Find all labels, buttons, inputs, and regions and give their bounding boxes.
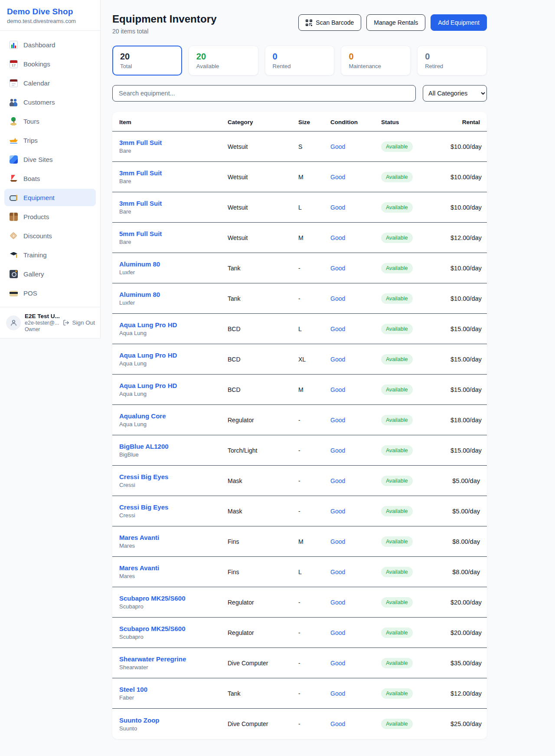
rental-cell: $20.00/day	[451, 629, 487, 636]
stat-card-available[interactable]: 20 Available	[189, 46, 258, 76]
condition-link[interactable]: Good	[330, 599, 381, 606]
manage-rentals-button[interactable]: Manage Rentals	[366, 14, 425, 31]
item-cell: Cressi Big Eyes Cressi	[112, 473, 228, 488]
item-name-link[interactable]: Aqua Lung Pro HD	[119, 352, 228, 359]
item-name-link[interactable]: Aqua Lung Pro HD	[119, 321, 228, 329]
sidebar-item-training[interactable]: Training	[4, 246, 96, 263]
item-name-link[interactable]: Mares Avanti	[119, 534, 228, 541]
condition-link[interactable]: Good	[330, 143, 381, 150]
condition-link[interactable]: Good	[330, 356, 381, 363]
condition-link[interactable]: Good	[330, 660, 381, 667]
item-brand: Bare	[119, 178, 228, 184]
sidebar-item-equipment[interactable]: Equipment	[4, 189, 96, 206]
sidebar-item-label: Calendar	[23, 79, 50, 87]
item-name-link[interactable]: Aqualung Core	[119, 412, 228, 420]
stat-card-total[interactable]: 20 Total	[112, 46, 182, 76]
status-cell: Available	[381, 293, 451, 304]
sidebar-item-dive-sites[interactable]: Dive Sites	[4, 151, 96, 168]
category-select[interactable]: All Categories	[423, 85, 487, 102]
item-name-link[interactable]: 3mm Full Suit	[119, 139, 228, 146]
sidebar-item-discounts[interactable]: Discounts	[4, 227, 96, 244]
item-name-link[interactable]: 5mm Full Suit	[119, 230, 228, 237]
scan-barcode-button[interactable]: Scan Barcode	[298, 14, 361, 31]
status-badge: Available	[381, 354, 413, 365]
item-name-link[interactable]: Scubapro MK25/S600	[119, 595, 228, 602]
condition-link[interactable]: Good	[330, 386, 381, 393]
item-name-link[interactable]: Scubapro MK25/S600	[119, 625, 228, 632]
condition-link[interactable]: Good	[330, 720, 381, 727]
status-cell: Available	[381, 354, 451, 365]
sidebar-item-label: Products	[23, 213, 49, 220]
sidebar-item-gallery[interactable]: Gallery	[4, 265, 96, 283]
condition-link[interactable]: Good	[330, 234, 381, 241]
rental-cell: $25.00/day	[451, 720, 487, 727]
filter-row: All Categories	[112, 85, 487, 102]
condition-link[interactable]: Good	[330, 569, 381, 575]
item-name-link[interactable]: Aqua Lung Pro HD	[119, 382, 228, 389]
stat-card-maintenance[interactable]: 0 Maintenance	[341, 46, 411, 76]
item-cell: 5mm Full Suit Bare	[112, 230, 228, 245]
item-cell: Cressi Big Eyes Cressi	[112, 503, 228, 519]
item-brand: Suunto	[119, 725, 228, 732]
sidebar-item-boats[interactable]: Boats	[4, 170, 96, 187]
condition-link[interactable]: Good	[330, 447, 381, 454]
item-name-link[interactable]: Shearwater Peregrine	[119, 655, 228, 663]
condition-link[interactable]: Good	[330, 204, 381, 211]
condition-link[interactable]: Good	[330, 174, 381, 181]
item-cell: Aluminum 80 Luxfer	[112, 291, 228, 306]
stat-card-rented[interactable]: 0 Rented	[265, 46, 335, 76]
category-cell: Mask	[228, 477, 298, 484]
item-name-link[interactable]: Mares Avanti	[119, 564, 228, 572]
add-equipment-button[interactable]: Add Equipment	[431, 14, 487, 31]
condition-link[interactable]: Good	[330, 295, 381, 302]
item-brand: Aqua Lung	[119, 391, 228, 397]
item-name-link[interactable]: Cressi Big Eyes	[119, 503, 228, 511]
table-row: 5mm Full Suit Bare Wetsuit M Good Availa…	[112, 223, 487, 253]
item-name-link[interactable]: 3mm Full Suit	[119, 200, 228, 207]
stat-value: 0	[425, 52, 479, 62]
size-cell: -	[298, 660, 330, 667]
condition-link[interactable]: Good	[330, 265, 381, 272]
status-badge: Available	[381, 202, 413, 213]
stat-card-retired[interactable]: 0 Retired	[417, 46, 487, 76]
sidebar-item-bookings[interactable]: Bookings	[4, 55, 96, 72]
status-badge: Available	[381, 476, 413, 486]
item-brand: Bare	[119, 208, 228, 215]
sidebar-item-products[interactable]: Products	[4, 208, 96, 225]
sidebar-item-trips[interactable]: Trips	[4, 131, 96, 149]
item-name-link[interactable]: Steel 100	[119, 686, 228, 693]
size-cell: L	[298, 204, 330, 211]
rental-cell: $10.00/day	[451, 143, 487, 150]
item-name-link[interactable]: Aluminum 80	[119, 291, 228, 298]
condition-link[interactable]: Good	[330, 417, 381, 424]
item-name-link[interactable]: Cressi Big Eyes	[119, 473, 228, 480]
condition-link[interactable]: Good	[330, 629, 381, 636]
status-cell: Available	[381, 536, 451, 547]
condition-link[interactable]: Good	[330, 325, 381, 332]
condition-link[interactable]: Good	[330, 538, 381, 545]
rental-cell: $10.00/day	[451, 174, 487, 181]
size-cell: -	[298, 417, 330, 424]
credit-card-icon	[10, 291, 18, 296]
brand-logo[interactable]: Demo Dive Shop	[7, 7, 93, 16]
category-cell: Fins	[228, 569, 298, 575]
condition-link[interactable]: Good	[330, 690, 381, 697]
status-badge: Available	[381, 719, 413, 729]
item-name-link[interactable]: BigBlue AL1200	[119, 443, 228, 450]
condition-link[interactable]: Good	[330, 477, 381, 484]
sidebar-item-calendar[interactable]: Calendar	[4, 74, 96, 92]
status-badge: Available	[381, 385, 413, 395]
item-name-link[interactable]: Suunto Zoop	[119, 717, 228, 724]
item-cell: Aqua Lung Pro HD Aqua Lung	[112, 352, 228, 367]
sign-out-button[interactable]: Sign Out	[63, 319, 95, 326]
item-name-link[interactable]: 3mm Full Suit	[119, 169, 228, 177]
search-input[interactable]	[112, 85, 416, 102]
sidebar-item-pos[interactable]: POS	[4, 284, 96, 302]
sidebar-item-customers[interactable]: Customers	[4, 93, 96, 111]
sidebar-item-dashboard[interactable]: Dashboard	[4, 36, 96, 53]
sidebar-item-tours[interactable]: Tours	[4, 112, 96, 130]
avatar	[6, 316, 21, 330]
condition-link[interactable]: Good	[330, 508, 381, 515]
item-name-link[interactable]: Aluminum 80	[119, 260, 228, 268]
category-cell: Wetsuit	[228, 143, 298, 150]
